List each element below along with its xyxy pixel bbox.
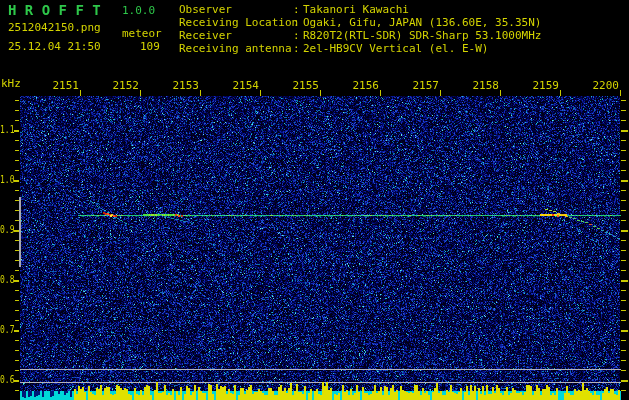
colon-separator: : [293, 42, 303, 55]
spectrogram-canvas [0, 0, 629, 400]
khz-axis-unit: kHz [1, 78, 21, 89]
x-tick-label: 2200 [592, 80, 619, 91]
station-info: Observer:Takanori KawachiReceiving Locat… [179, 3, 541, 55]
station-row: Receiving antenna:2el-HB9CV Vertical (el… [179, 42, 541, 55]
y-tick-label: 0.9 [0, 225, 14, 235]
station-label: Receiving antenna [179, 42, 293, 55]
x-tick-label: 2154 [232, 80, 259, 91]
y-tick-label: 1.0 [0, 175, 14, 185]
x-tick-label: 2156 [352, 80, 379, 91]
station-value: Ogaki, Gifu, JAPAN (136.60E, 35.35N) [303, 16, 541, 29]
y-tick-label: 0.6 [0, 375, 14, 385]
colon-separator: : [293, 3, 303, 16]
station-label: Receiving Location [179, 16, 293, 29]
x-tick-label: 2158 [472, 80, 499, 91]
x-tick-label: 2153 [172, 80, 199, 91]
file-name: 2512042150.png [8, 22, 101, 33]
colon-separator: : [293, 16, 303, 29]
station-row: Receiving Location:Ogaki, Gifu, JAPAN (1… [179, 16, 541, 29]
station-value: Takanori Kawachi [303, 3, 409, 16]
app-title: H R O F F T [8, 3, 101, 17]
colon-separator: : [293, 29, 303, 42]
x-tick-label: 2152 [112, 80, 139, 91]
x-tick-label: 2159 [532, 80, 559, 91]
station-row: Receiver:R820T2(RTL-SDR) SDR-Sharp 53.10… [179, 29, 541, 42]
meteor-count: 109 [140, 41, 160, 52]
y-tick-label: 0.8 [0, 275, 14, 285]
x-tick-label: 2157 [412, 80, 439, 91]
station-label: Receiver [179, 29, 293, 42]
station-value: R820T2(RTL-SDR) SDR-Sharp 53.1000MHz [303, 29, 541, 42]
y-tick-label: 0.7 [0, 325, 14, 335]
datetime-label: 25.12.04 21:50 [8, 41, 101, 52]
mode-label: meteor [122, 28, 162, 39]
x-tick-label: 2151 [52, 80, 79, 91]
station-label: Observer [179, 3, 293, 16]
y-tick-label: 1.1 [0, 125, 14, 135]
app-version: 1.0.0 [122, 5, 155, 16]
station-value: 2el-HB9CV Vertical (el. E-W) [303, 42, 488, 55]
x-tick-label: 2155 [292, 80, 319, 91]
station-row: Observer:Takanori Kawachi [179, 3, 541, 16]
